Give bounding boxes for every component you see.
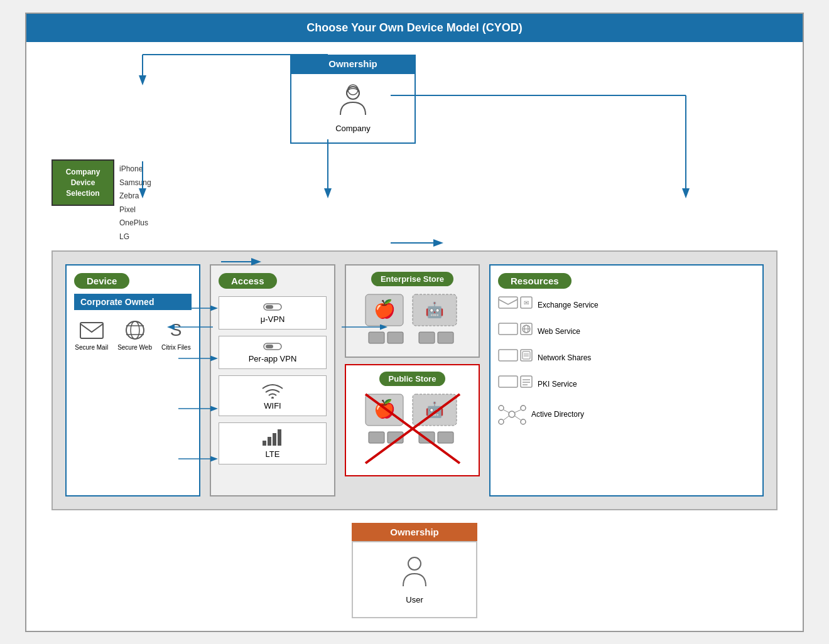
diagram-wrapper: Choose Your Own Device Model (CYOD) — [25, 13, 804, 632]
lte-item: LTE — [219, 422, 327, 464]
public-store-header: Public Store — [379, 372, 446, 386]
citrix-icon: S — [163, 319, 188, 341]
svg-rect-46 — [438, 432, 453, 443]
svg-rect-30 — [278, 429, 281, 446]
wifi-item: WIFI — [219, 375, 327, 416]
cds-row: Company Device Selection iPhone Samsung … — [51, 147, 778, 244]
main-gray-area: Device Corporate Owned Secure Mail — [51, 250, 778, 510]
svg-point-68 — [499, 405, 504, 411]
pki-icon — [498, 375, 533, 393]
web-service-icon — [498, 323, 533, 340]
company-device-selection: Company Device Selection — [51, 159, 114, 206]
per-app-vpn-item: Per-app VPN — [219, 336, 327, 369]
svg-rect-23 — [266, 305, 273, 309]
svg-text:🤖: 🤖 — [425, 301, 444, 319]
device-header: Device — [74, 273, 129, 289]
network-shares-label: Network Shares — [538, 353, 591, 362]
svg-rect-38 — [438, 332, 453, 343]
svg-rect-36 — [387, 332, 403, 343]
user-ownership-box: Ownership User — [352, 523, 477, 618]
svg-point-67 — [509, 411, 515, 417]
enterprise-store-header: Enterprise Store — [371, 272, 453, 286]
svg-rect-35 — [369, 332, 384, 343]
active-directory-item: Active Directory — [498, 402, 755, 427]
svg-rect-16 — [80, 323, 103, 338]
svg-point-70 — [499, 419, 504, 424]
access-header: Access — [219, 273, 277, 289]
user-label: User — [366, 595, 463, 604]
web-service-item: Web Service — [498, 323, 755, 340]
user-ownership-header: Ownership — [352, 523, 477, 541]
svg-rect-62 — [499, 376, 517, 387]
pki-service-item: PKI Service — [498, 375, 755, 393]
ownership-header: Ownership — [290, 55, 416, 73]
enterprise-store-section: Enterprise Store 🍎 🤖 — [345, 264, 480, 358]
svg-rect-29 — [273, 433, 276, 446]
mail-icon — [79, 319, 104, 341]
enterprise-app-icons: 🍎 🤖 — [362, 291, 463, 348]
ownership-company-inner: Company — [290, 73, 416, 144]
svg-point-26 — [271, 397, 274, 399]
web-icon — [122, 319, 148, 341]
svg-text:✉: ✉ — [524, 299, 529, 306]
lte-icon — [261, 428, 284, 447]
device-list: iPhone Samsung Zebra Pixel OnePlus LG — [119, 163, 151, 244]
svg-rect-27 — [263, 441, 266, 446]
svg-rect-49 — [499, 297, 517, 308]
title-bar: Choose Your Own Device Model (CYOD) — [26, 14, 803, 42]
active-directory-label: Active Directory — [531, 410, 584, 419]
access-section: Access μ-VPN — [210, 264, 335, 496]
secure-web-icon-item: Secure Web — [117, 319, 152, 351]
svg-rect-25 — [266, 345, 273, 348]
secure-mail-icon-item: Secure Mail — [75, 319, 108, 351]
micro-vpn-item: μ-VPN — [219, 296, 327, 330]
resources-section: Resources ✉ Exchange Service — [489, 264, 764, 496]
bottom-ownership-area: Ownership User — [51, 523, 778, 618]
svg-point-18 — [131, 321, 139, 339]
corporate-owned-badge: Corporate Owned — [74, 294, 192, 310]
svg-rect-52 — [499, 323, 517, 335]
svg-rect-63 — [521, 376, 532, 387]
stores-column: Enterprise Store 🍎 🤖 — [345, 264, 480, 476]
cds-green-box: Company Device Selection — [51, 159, 114, 206]
exchange-service-label: Exchange Service — [538, 301, 599, 309]
svg-point-69 — [521, 405, 526, 411]
company-person-icon — [337, 83, 369, 118]
top-ownership-area: Ownership Company — [51, 55, 778, 144]
svg-line-72 — [504, 410, 509, 412]
device-icons-row: Secure Mail Secure Web — [74, 319, 192, 351]
svg-rect-59 — [523, 352, 530, 359]
public-store-apps: 🍎 🤖 — [362, 391, 463, 469]
pki-service-label: PKI Service — [538, 380, 577, 389]
user-person-icon — [401, 555, 429, 589]
columns-row: Device Corporate Owned Secure Mail — [65, 264, 764, 496]
resources-header: Resources — [498, 273, 572, 289]
device-section: Device Corporate Owned Secure Mail — [65, 264, 200, 496]
active-directory-icon — [498, 402, 526, 427]
svg-point-17 — [126, 321, 144, 339]
svg-rect-28 — [268, 437, 271, 446]
network-shares-item: Network Shares — [498, 349, 755, 367]
citrix-files-icon-item: S Citrix Files — [161, 319, 191, 351]
svg-line-75 — [515, 416, 521, 420]
vpn-icon — [263, 302, 282, 312]
web-service-label: Web Service — [538, 327, 580, 336]
exchange-icon: ✉ — [498, 296, 533, 314]
public-store-section: Public Store 🍎 🤖 — [345, 364, 480, 476]
svg-point-71 — [521, 419, 526, 424]
svg-line-73 — [515, 410, 521, 412]
svg-rect-43 — [369, 432, 384, 443]
svg-rect-57 — [499, 350, 517, 361]
wifi-icon — [261, 381, 284, 399]
enterprise-store-apps: 🍎 🤖 — [362, 291, 463, 350]
network-shares-icon — [498, 349, 533, 367]
public-store-app-icons: 🍎 🤖 — [362, 391, 463, 466]
user-ownership-inner: User — [352, 541, 477, 618]
svg-text:🍎: 🍎 — [373, 299, 395, 319]
svg-point-76 — [408, 557, 421, 570]
svg-text:S: S — [170, 320, 182, 340]
diagram-title: Choose Your Own Device Model (CYOD) — [306, 21, 522, 34]
exchange-service-item: ✉ Exchange Service — [498, 296, 755, 314]
per-app-vpn-icon — [263, 341, 282, 352]
svg-line-74 — [504, 416, 509, 420]
